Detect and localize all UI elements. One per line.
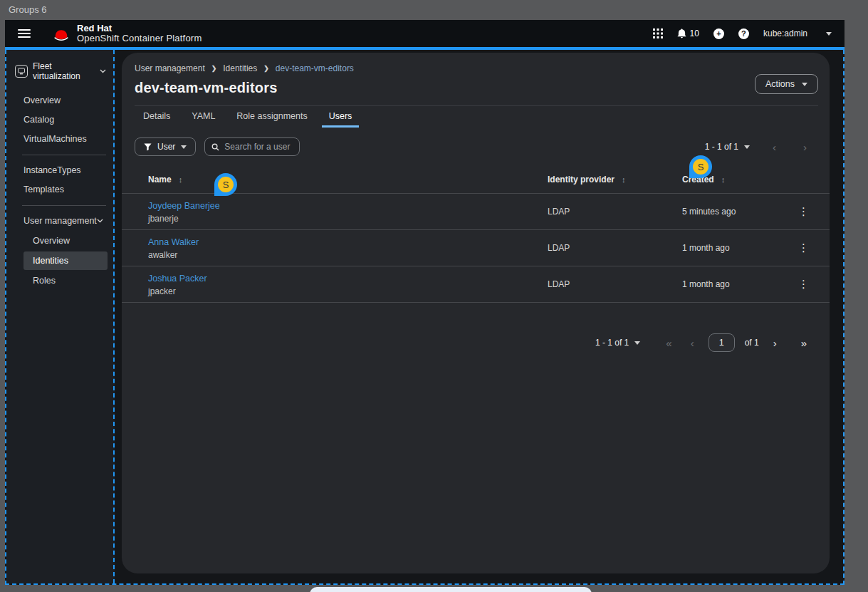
- created-cell: 1 month ago: [682, 279, 789, 289]
- app-launcher-icon[interactable]: [653, 28, 663, 38]
- column-label: Identity provider: [548, 175, 615, 185]
- quick-create-button[interactable]: +: [713, 28, 724, 39]
- sidebar-item-roles[interactable]: Roles: [23, 271, 108, 290]
- chevron-down-icon: [826, 32, 832, 36]
- sidebar-section-user-management[interactable]: User management: [6, 212, 113, 230]
- brand-logo[interactable]: Red Hat OpenShift Container Platform: [51, 24, 202, 44]
- tab-details[interactable]: Details: [136, 106, 177, 128]
- user-link[interactable]: Joydeep Banerjee: [148, 201, 220, 211]
- sidebar-item-instancetypes[interactable]: InstanceTypes: [6, 161, 113, 180]
- brand-bottom: OpenShift Container Platform: [77, 33, 202, 43]
- user-link[interactable]: Anna Walker: [148, 237, 199, 247]
- app-body: Fleet virtualization Overview Catalog Vi…: [5, 50, 845, 585]
- tab-bar: Details YAML Role assignments Users: [122, 106, 830, 128]
- sidebar-item-virtualmachines[interactable]: VirtualMachines: [6, 130, 113, 149]
- filter-dropdown[interactable]: User: [135, 137, 196, 156]
- search-input[interactable]: [224, 142, 293, 152]
- pagination-summary-dropdown[interactable]: 1 - 1 of 1: [705, 142, 750, 152]
- sidebar-item-overview[interactable]: Overview: [6, 91, 113, 110]
- sort-icon[interactable]: ↕: [721, 175, 726, 184]
- section-label: User management: [23, 216, 97, 226]
- redhat-hat-icon: [51, 28, 72, 43]
- sidebar-item-catalog[interactable]: Catalog: [6, 110, 113, 130]
- next-page-button[interactable]: ›: [799, 142, 811, 152]
- first-page-button[interactable]: «: [662, 338, 676, 348]
- created-cell: 1 month ago: [682, 243, 789, 253]
- chevron-down-icon: [802, 83, 807, 86]
- created-cell: 5 minutes ago: [682, 207, 789, 217]
- sort-icon[interactable]: ↕: [622, 175, 626, 184]
- main-area: User management ❯ Identities ❯ dev-team-…: [115, 50, 843, 583]
- tab-role-assignments[interactable]: Role assignments: [229, 106, 314, 128]
- actions-button[interactable]: Actions: [755, 74, 818, 94]
- sidebar-item-templates[interactable]: Templates: [6, 180, 113, 199]
- notification-count: 10: [690, 28, 699, 38]
- tab-users[interactable]: Users: [322, 106, 360, 128]
- bottom-tooltip-partial: [310, 587, 592, 592]
- menu-toggle-icon[interactable]: [18, 29, 31, 38]
- virtualization-icon: [15, 65, 28, 78]
- help-button[interactable]: ?: [738, 28, 749, 39]
- bell-icon: [677, 28, 686, 38]
- tab-yaml[interactable]: YAML: [184, 106, 222, 128]
- breadcrumb-current: dev-team-vm-editors: [276, 63, 354, 73]
- pagination-summary-dropdown[interactable]: 1 - 1 of 1: [595, 338, 640, 348]
- page-count-label: of 1: [745, 338, 759, 348]
- sidebar-item-identities[interactable]: Identities: [23, 251, 108, 270]
- chevron-down-icon: [97, 219, 103, 223]
- masthead: Red Hat OpenShift Container Platform 10 …: [5, 20, 845, 47]
- page-title: dev-team-vm-editors: [135, 80, 818, 96]
- annotation-marker-label: S: [218, 177, 234, 192]
- sidebar-divider: [22, 205, 106, 206]
- next-page-button[interactable]: ›: [769, 338, 781, 348]
- actions-label: Actions: [765, 79, 795, 89]
- chevron-right-icon: ❯: [263, 65, 269, 72]
- kebab-menu-icon[interactable]: ⋮: [793, 204, 815, 219]
- notifications-bell[interactable]: 10: [677, 28, 699, 38]
- bottom-pagination: 1 - 1 of 1 « ‹ of 1 › »: [122, 333, 830, 352]
- question-circle-icon: ?: [738, 28, 749, 39]
- annotation-marker-label: S: [693, 159, 708, 175]
- prev-page-button[interactable]: ‹: [768, 142, 780, 152]
- current-page-input[interactable]: [708, 333, 735, 352]
- column-header-name[interactable]: Name ↕: [148, 175, 548, 185]
- username-text: awalker: [148, 250, 548, 260]
- user-menu[interactable]: kube:admin: [763, 28, 832, 38]
- sort-icon[interactable]: ↕: [179, 175, 183, 184]
- app-window: Red Hat OpenShift Container Platform 10 …: [5, 20, 845, 585]
- content-card: User management ❯ Identities ❯ dev-team-…: [122, 53, 830, 573]
- user-name-cell: Joshua Packer jpacker: [148, 271, 548, 296]
- desktop: Groups 6 Red Hat OpenShift Container Pla…: [0, 0, 868, 592]
- column-label: Name: [148, 175, 172, 185]
- identity-provider-cell: LDAP: [548, 243, 682, 253]
- breadcrumb-user-management[interactable]: User management: [135, 63, 205, 73]
- search-icon: [211, 143, 219, 151]
- table-row: Anna Walker awalker LDAP 1 month ago ⋮: [122, 230, 830, 266]
- masthead-toolbar: 10 + ? kube:admin: [653, 28, 832, 39]
- filter-icon: [144, 143, 152, 151]
- last-page-button[interactable]: »: [797, 338, 811, 348]
- annotation-marker-s: S: [689, 155, 712, 178]
- kebab-menu-icon[interactable]: ⋮: [793, 276, 815, 292]
- plus-circle-icon: +: [713, 28, 724, 39]
- perspective-switcher[interactable]: Fleet virtualization: [6, 61, 113, 81]
- brand-text: Red Hat OpenShift Container Platform: [77, 24, 202, 44]
- header-divider: [135, 105, 818, 106]
- user-name-cell: Joydeep Banerjee jbanerje: [148, 199, 548, 224]
- table-toolbar: User 1 - 1 of 1: [122, 137, 830, 156]
- user-link[interactable]: Joshua Packer: [148, 274, 207, 284]
- breadcrumb-identities[interactable]: Identities: [223, 63, 257, 73]
- pagination-summary: 1 - 1 of 1: [595, 338, 629, 348]
- brand-top: Red Hat: [77, 24, 202, 33]
- pagination-summary: 1 - 1 of 1: [705, 142, 738, 152]
- chevron-down-icon: [744, 145, 750, 149]
- search-field[interactable]: [204, 137, 300, 156]
- top-pagination: 1 - 1 of 1 ‹ ›: [705, 142, 811, 152]
- prev-page-button[interactable]: ‹: [686, 338, 699, 348]
- chevron-down-icon: [100, 69, 106, 73]
- sidebar-item-um-overview[interactable]: Overview: [23, 232, 108, 250]
- table-row: Joshua Packer jpacker LDAP 1 month ago ⋮: [122, 266, 830, 303]
- kebab-menu-icon[interactable]: ⋮: [793, 240, 815, 256]
- column-header-identity-provider[interactable]: Identity provider ↕: [548, 175, 682, 185]
- breadcrumb: User management ❯ Identities ❯ dev-team-…: [135, 63, 818, 73]
